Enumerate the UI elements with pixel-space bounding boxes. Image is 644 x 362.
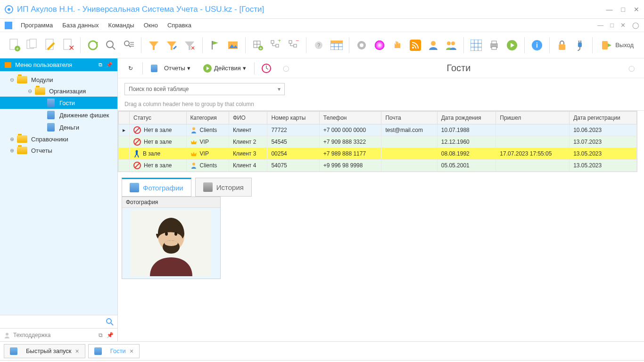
- users-icon[interactable]: [444, 37, 459, 53]
- gear-icon[interactable]: [354, 37, 369, 53]
- hand-icon[interactable]: [390, 37, 405, 53]
- table-row[interactable]: ▸ Нет в зале ClientsКлиент77722+7 000 00…: [119, 124, 637, 136]
- print-icon[interactable]: [487, 37, 502, 53]
- col-phone[interactable]: Телефон: [319, 112, 381, 124]
- table-row[interactable]: Нет в зале VIPКлиент 254545+7 909 888 33…: [119, 136, 637, 148]
- expand-icon[interactable]: ⊕: [8, 148, 15, 154]
- flag-icon[interactable]: [207, 37, 222, 53]
- col-status[interactable]: Статус: [130, 112, 187, 124]
- tree-expand-icon[interactable]: +: [268, 37, 283, 53]
- search-icon[interactable]: [103, 37, 118, 53]
- user-icon: [4, 332, 10, 338]
- filter-icon[interactable]: [146, 37, 161, 53]
- mdi-restore[interactable]: □: [610, 22, 614, 29]
- svg-text:✕: ✕: [68, 44, 74, 52]
- minimize-button[interactable]: —: [606, 6, 613, 13]
- actions-button[interactable]: Действия▾: [198, 61, 250, 75]
- search-input[interactable]: Поиск по всей таблице: [124, 83, 285, 95]
- support-popout-icon[interactable]: ⧉: [99, 332, 103, 338]
- search-icon[interactable]: [106, 318, 114, 326]
- color-icon[interactable]: [372, 37, 387, 53]
- btab-guests[interactable]: Гости ×: [88, 344, 140, 358]
- table-row[interactable]: В зале VIPКлиент 300254+7 989 888 117708…: [119, 148, 637, 160]
- lock-icon[interactable]: [554, 37, 570, 53]
- user-icon[interactable]: [426, 37, 441, 53]
- svg-text:i: i: [536, 41, 538, 49]
- maximize-button[interactable]: □: [621, 6, 625, 13]
- collapse-icon[interactable]: ⊖: [26, 88, 33, 94]
- col-card[interactable]: Номер карты: [267, 112, 319, 124]
- sidebar-pin-icon[interactable]: 📌: [106, 62, 113, 68]
- exit-icon: [601, 40, 612, 51]
- tree-refs[interactable]: ⊕Справочники: [0, 133, 117, 145]
- grid2-icon[interactable]: [469, 37, 484, 53]
- tree-organization[interactable]: ⊖Организация: [0, 85, 117, 97]
- col-dob[interactable]: Дата рождения: [437, 112, 496, 124]
- new-doc-icon[interactable]: +: [7, 37, 22, 53]
- menu-database[interactable]: База данных: [58, 21, 102, 30]
- refresh-icon[interactable]: [85, 37, 100, 53]
- svg-rect-71: [559, 44, 565, 50]
- svg-text:+: +: [16, 46, 19, 51]
- svg-marker-19: [167, 41, 176, 50]
- grid-add-icon[interactable]: +: [250, 37, 265, 53]
- close-icon[interactable]: ×: [75, 347, 79, 355]
- tree-reports[interactable]: ⊕Отчеты: [0, 145, 117, 156]
- sub-extra-icon[interactable]: ◯: [278, 60, 294, 76]
- menu-help[interactable]: Справка: [164, 21, 195, 30]
- image-icon[interactable]: [225, 37, 240, 53]
- tree-modules[interactable]: ⊖Модули: [0, 74, 117, 85]
- close-icon[interactable]: ×: [130, 347, 133, 355]
- sub-right-icon[interactable]: ◯: [623, 60, 639, 76]
- tree-guests[interactable]: Гости: [0, 97, 117, 109]
- collapse-icon[interactable]: ⊖: [8, 77, 15, 83]
- btab-quick[interactable]: Быстрый запуск ×: [4, 344, 85, 358]
- tab-photos[interactable]: Фотографии: [122, 178, 191, 197]
- mdi-close[interactable]: ✕: [620, 22, 626, 29]
- svg-rect-33: [276, 44, 279, 47]
- rss-icon[interactable]: [408, 37, 423, 53]
- table-row[interactable]: Нет в зале ClientsКлиент 454075+9 996 98…: [119, 160, 637, 172]
- go-icon[interactable]: [504, 37, 520, 53]
- group-hint[interactable]: Drag a column header here to group by th…: [118, 98, 644, 111]
- mdi-extra[interactable]: ◯: [632, 22, 639, 29]
- svg-marker-76: [608, 43, 611, 47]
- sub-refresh-icon[interactable]: ↻: [123, 60, 139, 76]
- help-small-icon[interactable]: ?: [311, 37, 326, 53]
- info-icon[interactable]: i: [529, 37, 545, 53]
- edit-doc-icon[interactable]: [42, 37, 58, 53]
- support-pin-icon[interactable]: 📌: [107, 332, 114, 338]
- menu-program[interactable]: Программа: [17, 21, 57, 30]
- table-icon[interactable]: [329, 37, 344, 53]
- app-icon: [5, 5, 13, 14]
- menu-commands[interactable]: Команды: [105, 21, 138, 30]
- sidebar-header: Меню пользователя ⧉📌: [0, 58, 117, 71]
- expand-icon[interactable]: ⊕: [8, 136, 15, 142]
- titlebar: ИП Акулов Н.Н. - Универсальная Система У…: [0, 0, 644, 19]
- tree-chips[interactable]: Движение фишек: [0, 109, 117, 121]
- mdi-minimize[interactable]: —: [597, 22, 603, 29]
- tab-history[interactable]: История: [195, 178, 252, 197]
- svg-line-20: [173, 46, 176, 49]
- exit-button[interactable]: Выход: [597, 38, 637, 53]
- tree-money[interactable]: Деньги: [0, 121, 117, 133]
- copy-doc-icon[interactable]: [25, 37, 40, 53]
- col-mail[interactable]: Почта: [381, 112, 437, 124]
- filter-clear-icon[interactable]: ✕: [182, 37, 197, 53]
- plug-icon[interactable]: [572, 37, 587, 53]
- photo-image[interactable]: [122, 208, 220, 279]
- col-category[interactable]: Категория: [186, 112, 229, 124]
- col-came[interactable]: Пришел: [496, 112, 570, 124]
- search-list-icon[interactable]: [121, 37, 136, 53]
- support-panel[interactable]: Техподдержка ⧉📌: [0, 328, 117, 341]
- clock-icon[interactable]: [258, 60, 274, 76]
- menu-window[interactable]: Окно: [140, 21, 162, 30]
- delete-doc-icon[interactable]: ✕: [60, 37, 75, 53]
- close-button[interactable]: ✕: [634, 6, 639, 13]
- tree-collapse-icon[interactable]: −: [286, 37, 301, 53]
- col-reg[interactable]: Дата регистрации: [570, 112, 637, 124]
- reports-button[interactable]: Отчеты▾: [147, 62, 195, 74]
- filter-edit-icon[interactable]: [164, 37, 179, 53]
- col-fio[interactable]: ФИО: [229, 112, 267, 124]
- sidebar-popout-icon[interactable]: ⧉: [99, 62, 102, 68]
